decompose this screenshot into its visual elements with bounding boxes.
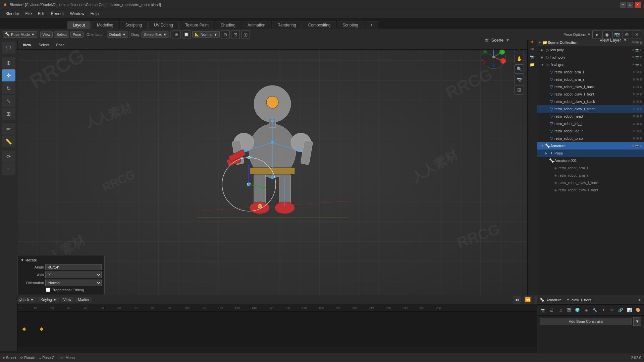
relax-pose-tool[interactable]: ~ (2, 163, 15, 175)
outliner-head[interactable]: ▽ retro_robot_head ⊞ ⊠ ⊞ (537, 113, 644, 120)
minimize-button[interactable]: ─ (620, 2, 626, 8)
camera-view-btn[interactable]: 📷 (515, 75, 524, 84)
outliner-claw-r-back[interactable]: ▽ retro_robot_claw_r_back ⊞ ⊠ ⊞ (537, 98, 644, 105)
pose-menu-btn[interactable]: Pose (70, 32, 84, 38)
outliner-final-geo[interactable]: ▼ ▷ final geo 👁 📷 ⊡ (537, 61, 644, 68)
physics-props-icon[interactable]: ⚙ (608, 306, 616, 314)
outliner-torso[interactable]: ▽ retro_robot_torso ⊞ ⊠ ⊞ (537, 135, 644, 142)
rotate-collapse-icon[interactable]: ▼ (20, 258, 24, 262)
drag-selector[interactable]: Select Box ▼ (142, 32, 169, 38)
select-menu[interactable]: Select (36, 42, 52, 48)
keyframe-14[interactable] (22, 327, 26, 331)
cursor-tool[interactable]: ⊕ (2, 57, 15, 69)
tab-animation[interactable]: Animation (242, 21, 271, 29)
view-btn[interactable]: View (61, 297, 74, 302)
overlay-btn[interactable]: ◎ (241, 30, 250, 39)
orientation-select[interactable]: Normal Global Local (45, 280, 102, 286)
proportional-edit-btn[interactable]: ⊙ (221, 30, 230, 39)
measure-tool[interactable]: 📏 (2, 135, 15, 147)
tab-modeling[interactable]: Modeling (91, 21, 119, 29)
select-box-tool[interactable]: ⬚ (2, 42, 15, 54)
pan-btn[interactable]: ✋ (515, 54, 524, 63)
close-viewport-icon[interactable]: ✕ (633, 30, 641, 39)
material-props-icon[interactable]: 🎨 (634, 306, 642, 314)
outliner-claw-l-back[interactable]: ▽ retro_robot_claw_l_back ⊞ ⊠ ⊞ (537, 83, 644, 90)
move-tool[interactable]: ✛ (2, 69, 15, 81)
jump-to-start-btn[interactable]: ⏮ (513, 296, 521, 304)
axis-select[interactable]: X Y Z (45, 272, 102, 278)
scene-props-icon[interactable]: 🎬 (565, 306, 573, 314)
tab-uv-editing[interactable]: UV Editing (148, 21, 179, 29)
mode-selector[interactable]: 🦴 Pose Mode ▼ (3, 31, 37, 38)
angle-input[interactable] (45, 264, 102, 270)
render-props-icon[interactable]: 📷 (539, 306, 547, 314)
tab-add[interactable]: + (365, 21, 378, 29)
orientation-selector[interactable]: Default ▼ (107, 32, 128, 38)
close-button[interactable]: ✕ (635, 2, 641, 8)
outliner-high-poly[interactable]: ▶ ▷ high poly 👁 📷 ⊡ (537, 54, 644, 61)
tab-shading[interactable]: Shading (215, 21, 241, 29)
marker-btn[interactable]: Marker (75, 297, 92, 302)
transform-tool[interactable]: ⊞ (2, 108, 15, 120)
tab-sculpting[interactable]: Sculpting (120, 21, 148, 29)
outliner-sub-claw-l-back[interactable]: ◈ retro_robot_claw_l_back (537, 179, 644, 186)
grid-btn[interactable]: ⊞ (515, 85, 524, 95)
annotate-tool[interactable]: ✏ (2, 123, 15, 135)
view-menu[interactable]: View (20, 42, 34, 48)
outliner-claw-r-front[interactable]: ▽ retro_robot_claw_r_front ⊞ ⊠ ⊞ (537, 105, 644, 113)
outliner-armature-001[interactable]: 🦴 Armature.001 (537, 157, 644, 164)
rotate-tool[interactable]: ↻ (2, 82, 15, 94)
menu-file[interactable]: File (22, 11, 34, 17)
scene-collection-btn[interactable]: 📁 (529, 61, 536, 68)
tab-scripting[interactable]: Scripting (337, 21, 364, 29)
restrict-hide-icon[interactable]: 👁 (529, 46, 536, 53)
outliner-sub-claw-l-front[interactable]: ◈ retro_robot_claw_l_front (537, 186, 644, 194)
view-layer-selector[interactable]: View Layer ▼ (599, 38, 627, 43)
outliner-low-poly[interactable]: ▶ ▷ low poly 👁 📷 ⊡ (537, 46, 644, 54)
transform-icon[interactable]: ⊕ (172, 30, 181, 39)
outliner-leg-l[interactable]: ▽ retro_robot_leg_l ⊞ ⊠ ⊞ (537, 120, 644, 127)
menu-render[interactable]: Render (48, 11, 66, 17)
constraint-props-icon[interactable]: 🔗 (617, 306, 625, 314)
menu-edit[interactable]: Edit (35, 11, 48, 17)
outliner-armature[interactable]: ▼ 🦴 Armature 👁 📷 ⊡ (537, 142, 644, 149)
snap-icon[interactable]: 🔲 (182, 30, 191, 39)
props-panel-option[interactable]: ▼ (638, 298, 641, 302)
pose-menu[interactable]: Pose (53, 42, 67, 48)
tab-compositing[interactable]: Compositing (303, 21, 336, 29)
restrict-render-icon[interactable]: 📷 (529, 53, 536, 61)
outliner-pose[interactable]: ▶ ✦ Pose (537, 149, 644, 157)
tab-layout[interactable]: Layout (67, 21, 91, 29)
proportional-checkbox[interactable] (46, 288, 50, 292)
outliner-leg-r[interactable]: ▽ retro_robot_leg_r ⊞ ⊠ ⊞ (537, 127, 644, 135)
keyframe-20[interactable] (40, 327, 43, 331)
normal-selector[interactable]: 📐 Normal ▼ (192, 31, 220, 38)
object-props-icon[interactable]: ◈ (582, 306, 590, 314)
add-bone-constraint-btn[interactable]: Add Bone Constraint (540, 318, 632, 325)
output-props-icon[interactable]: 🖨 (548, 306, 556, 314)
view-layer-props-icon[interactable]: ◫ (556, 306, 565, 314)
zoom-btn[interactable]: 🔍 (515, 64, 524, 74)
view-menu-btn[interactable]: View (40, 32, 53, 38)
outliner-sub-arm-l[interactable]: ◈ retro_robot_arm_l (537, 164, 644, 172)
outliner-sub-arm-r[interactable]: ◈ retro_robot_arm_r (537, 172, 644, 179)
keying-btn[interactable]: Keying ▼ (38, 297, 59, 302)
menu-help[interactable]: Help (88, 11, 101, 17)
outliner-arm-r[interactable]: ▽ retro_robot_arm_r ⊞ ⊠ ⊞ (537, 76, 644, 83)
scale-tool[interactable]: ⤡ (2, 95, 15, 107)
particles-props-icon[interactable]: ✦ (599, 306, 607, 314)
tab-rendering[interactable]: Rendering (272, 21, 302, 29)
snap-toggle-btn[interactable]: ⊡ (231, 30, 240, 39)
data-props-icon[interactable]: 📊 (626, 306, 634, 314)
maximize-button[interactable]: □ (627, 2, 633, 8)
scene-selector[interactable]: 🎬 Scene ▼ (485, 38, 510, 43)
menu-blender[interactable]: Blender (3, 11, 22, 17)
tab-texture-paint[interactable]: Texture Paint (179, 21, 214, 29)
prev-frame-btn[interactable]: ⏪ (524, 296, 532, 304)
outliner-claw-l-front[interactable]: ▽ retro_robot_claw_l_front ⊞ ⊠ ⊞ (537, 90, 644, 98)
menu-window[interactable]: Window (67, 11, 87, 17)
world-props-icon[interactable]: 🌍 (574, 306, 582, 314)
outliner-arm-l[interactable]: ▽ retro_robot_arm_l ⊞ ⊠ ⊞ (537, 68, 644, 76)
bone-constraint-dropdown[interactable]: ▼ (633, 317, 641, 326)
modifier-props-icon[interactable]: 🔧 (591, 306, 599, 314)
